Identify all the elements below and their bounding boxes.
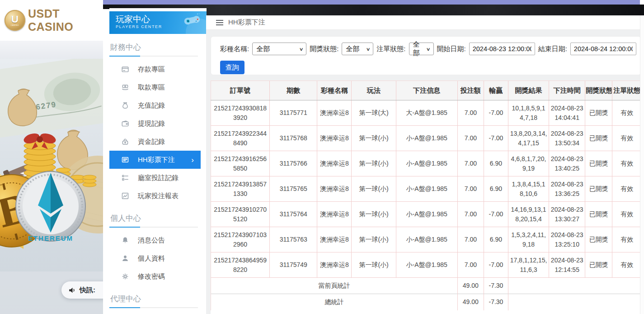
- table-cell: 已開獎: [585, 227, 612, 252]
- sidebar-item-profile[interactable]: 個人資料: [109, 249, 207, 267]
- chevron-right-icon: ›: [191, 156, 194, 164]
- ethereum-label: ETHEREUM: [28, 234, 73, 242]
- table-cell: 2024-08-23 12:14:55: [549, 252, 585, 278]
- logo-monogram: U: [11, 15, 19, 24]
- table-cell: 7.00: [457, 100, 484, 126]
- table-row: 215217243922344849031175768澳洲幸运8第一球(小)小-…: [211, 126, 642, 151]
- table-cell: 已開獎: [585, 176, 612, 202]
- sidebar-item-recharge-record[interactable]: 充值記錄: [109, 96, 207, 114]
- table-cell: -7.00: [484, 126, 508, 151]
- table-cell: 31175765: [270, 176, 317, 202]
- promo-photo: KB46279: [0, 59, 103, 314]
- end-date-input[interactable]: [570, 43, 636, 55]
- money-bag-icon: [121, 101, 129, 109]
- sidebar-item-withdraw-record[interactable]: 提現記錄: [109, 114, 207, 133]
- gamepad-icon: [182, 14, 203, 27]
- table-cell: 小-A盤@1.985: [396, 252, 457, 278]
- scrollbar[interactable]: [640, 15, 644, 314]
- top-purple-bar: [103, 0, 640, 5]
- summary-empty-cell: [508, 294, 641, 310]
- column-header: 下注信息: [396, 81, 457, 100]
- table-cell: 4,6,8,1,7,20,9,19: [508, 151, 549, 176]
- table-cell: -7.00: [484, 252, 508, 278]
- table-row: 215217243916256585031175766澳洲幸运8第一球(小)小-…: [211, 151, 642, 176]
- header-divider-strip: [0, 41, 103, 59]
- table-row: 215217243910270512031175764澳洲幸运8第一球(小)小-…: [211, 202, 642, 227]
- sidebar-item-label: 修改密碼: [138, 272, 165, 281]
- table-cell: 6.90: [484, 176, 508, 202]
- column-header: 期數: [270, 81, 317, 100]
- sidebar-item-funds-record[interactable]: 資金記錄: [109, 133, 207, 151]
- brand-logo[interactable]: U CASINO USDT CASINO: [0, 0, 103, 41]
- hamburger-menu-icon[interactable]: [216, 20, 223, 25]
- summary-bet-total: 49.00: [457, 278, 484, 294]
- table-cell: 第一球(小): [352, 227, 396, 252]
- column-header: 玩法: [352, 81, 396, 100]
- sidebar: 玩家中心 PLAYERS CENTER 財務中心存款專區取款專區充值記錄提現記錄…: [109, 8, 207, 314]
- draw-status-select[interactable]: 全部 ∨: [342, 43, 373, 55]
- bell-icon: [121, 236, 129, 244]
- section-label: 個人中心: [110, 213, 207, 224]
- table-cell: 小-A盤@1.985: [396, 126, 457, 151]
- sidebar-item-label: 消息公告: [138, 236, 165, 245]
- table-cell: 7.00: [457, 126, 484, 151]
- bets-table-card: 訂單號期數彩種名稱玩法下注信息投注額輸贏開獎結果下注時間開獎狀態注單狀態 215…: [211, 81, 641, 314]
- table-cell: 2152172439102705120: [211, 202, 270, 227]
- search-button[interactable]: 查詢: [220, 61, 244, 74]
- coin-purse-icon: [121, 138, 129, 146]
- column-header: 投注額: [457, 81, 484, 100]
- table-cell: 7.00: [457, 252, 484, 278]
- sidebar-item-password[interactable]: 修改密碼: [109, 267, 207, 285]
- table-cell: 第一球(大): [352, 100, 396, 126]
- column-header: 彩種名稱: [317, 81, 352, 100]
- report-chart-icon: [121, 192, 129, 200]
- table-cell: 31175771: [270, 100, 317, 126]
- table-cell: 第一球(小): [352, 151, 396, 176]
- newspaper-icon: [121, 156, 129, 164]
- table-cell: 2152172439162565850: [211, 151, 270, 176]
- draw-status-label: 開獎狀態:: [310, 45, 338, 53]
- sidebar-item-label: HH彩票下注: [138, 156, 175, 164]
- sidebar-item-label: 存款專區: [138, 65, 165, 74]
- lottery-name-label: 彩種名稱:: [220, 45, 249, 53]
- table-cell: 7.00: [457, 227, 484, 252]
- table-cell: 有效: [612, 176, 641, 202]
- start-date-input[interactable]: [469, 43, 535, 55]
- table-cell: 2024-08-23 14:04:41: [549, 100, 585, 126]
- sidebar-item-label: 玩家投注報表: [138, 192, 179, 200]
- table-cell: 有效: [612, 126, 641, 151]
- bet-status-select[interactable]: 全部 ∨: [409, 43, 434, 55]
- table-cell: 已開獎: [585, 100, 612, 126]
- table-cell: 有效: [612, 100, 641, 126]
- column-header: 開獎結果: [508, 81, 549, 100]
- table-cell: 小-A盤@1.985: [396, 227, 457, 252]
- sidebar-item-deposit[interactable]: 存款專區: [109, 60, 207, 78]
- summary-row: 總統計49.00-7.30: [211, 294, 642, 310]
- gear-icon: [121, 272, 129, 281]
- sidebar-item-agent-rules[interactable]: 代理規則說明: [109, 312, 207, 314]
- sidebar-item-hall-bet-record[interactable]: 廳室投註記錄: [109, 169, 207, 187]
- summary-label: 總統計: [211, 294, 458, 310]
- summary-winloss-total: -7.30: [484, 294, 508, 310]
- lottery-name-select[interactable]: 全部 ∨: [252, 43, 306, 55]
- sidebar-item-news[interactable]: 消息公告: [109, 231, 207, 249]
- table-cell: 31175766: [270, 151, 317, 176]
- column-header: 訂單號: [211, 81, 270, 100]
- table-cell: 31175768: [270, 126, 317, 151]
- table-cell: 有效: [612, 252, 641, 278]
- sidebar-item-lottery-bet[interactable]: HH彩票下注›: [109, 151, 201, 169]
- table-row: 215217243913857133031175765澳洲幸运8第一球(小)小-…: [211, 176, 642, 202]
- column-header: 下注時間: [549, 81, 585, 100]
- summary-winloss-total: -7.30: [484, 278, 508, 294]
- column-header: 注單狀態: [612, 81, 641, 100]
- left-promo-panel: U CASINO USDT CASINO KB46279: [0, 0, 103, 314]
- sidebar-item-player-report[interactable]: 玩家投注報表: [109, 187, 207, 205]
- summary-bet-total: 49.00: [457, 294, 484, 310]
- column-header: 輸贏: [484, 81, 508, 100]
- sidebar-item-withdraw[interactable]: 取款專區: [109, 78, 207, 96]
- table-cell: 第一球(小): [352, 176, 396, 202]
- table-cell: 第一球(小): [352, 252, 396, 278]
- table-cell: 6.90: [484, 227, 508, 252]
- content-topbar: HH彩票下注: [206, 15, 640, 30]
- quick-news-bar[interactable]: 快訊:: [61, 281, 103, 299]
